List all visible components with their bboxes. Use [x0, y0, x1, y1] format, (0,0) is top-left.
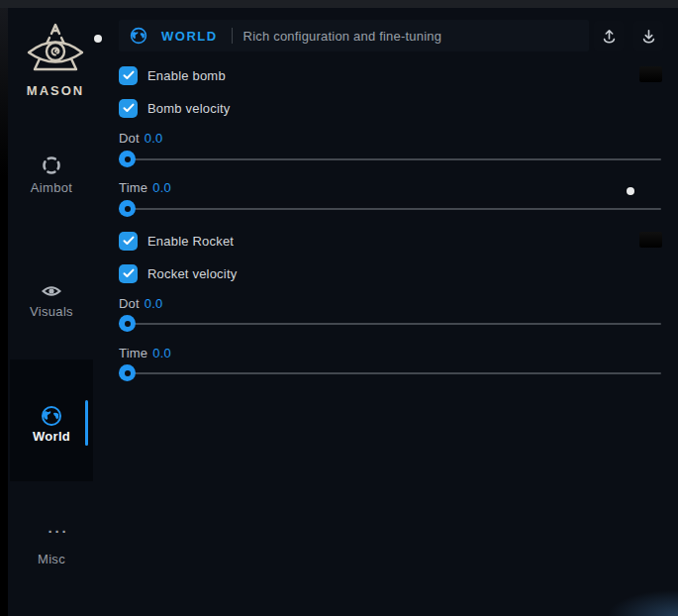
slider-track[interactable]	[119, 208, 661, 210]
sidebar-item-misc[interactable]: Misc	[8, 552, 95, 566]
page-title: WORLD	[161, 29, 218, 44]
eye-icon	[41, 280, 62, 302]
background-corner-glow	[609, 590, 678, 616]
checkbox-label[interactable]: Bomb velocity	[147, 101, 231, 116]
upload-icon	[602, 29, 617, 44]
download-config-button[interactable]	[633, 21, 663, 51]
check-icon	[123, 103, 135, 113]
background-top-strip	[0, 0, 678, 8]
color-swatch[interactable]	[639, 66, 662, 82]
header-divider	[232, 28, 233, 44]
sidebar-item-world[interactable]: World	[8, 429, 95, 444]
checkbox-checked[interactable]	[119, 264, 138, 283]
slider-value: 0.0	[152, 346, 171, 360]
page-header: WORLD Rich configuration and fine-tuning	[119, 20, 589, 51]
slider-thumb[interactable]	[119, 364, 136, 381]
slider-value: 0.0	[145, 296, 163, 311]
sidebar: MASON Aimbot Visuals World ··· Misc	[8, 8, 107, 616]
checkbox-label[interactable]: Rocket velocity	[147, 266, 237, 281]
check-icon	[123, 236, 135, 246]
checkbox-checked[interactable]	[119, 232, 138, 251]
checkbox-row: Bomb velocity	[119, 98, 231, 118]
mason-logo-icon	[25, 22, 86, 77]
upload-config-button[interactable]	[594, 21, 624, 51]
cursor-dot	[627, 187, 634, 195]
color-swatch[interactable]	[639, 232, 662, 248]
checkbox-label[interactable]: Enable Rocket	[147, 234, 234, 249]
checkbox-row: Enable bomb	[119, 65, 226, 85]
active-item-indicator	[85, 400, 88, 446]
checkbox-label[interactable]: Enable bomb	[147, 68, 226, 83]
slider-thumb[interactable]	[119, 200, 136, 217]
checkbox-row: Rocket velocity	[119, 263, 237, 283]
ellipsis-icon: ···	[44, 527, 73, 543]
page-subtitle: Rich configuration and fine-tuning	[243, 29, 441, 44]
slider-label: Dot0.0	[119, 131, 163, 146]
brand-name: MASON	[8, 83, 103, 98]
sidebar-item-aimbot[interactable]: Aimbot	[8, 180, 95, 195]
cursor-dot	[94, 35, 102, 43]
slider-value: 0.0	[145, 131, 163, 146]
slider-track[interactable]	[119, 158, 661, 160]
checkbox-checked[interactable]	[119, 66, 138, 85]
checkbox-row: Enable Rocket	[119, 231, 234, 251]
globe-icon	[130, 27, 147, 45]
download-icon	[641, 29, 656, 44]
sidebar-item-visuals[interactable]: Visuals	[8, 304, 95, 319]
slider-label: Time0.0	[119, 346, 171, 360]
slider-thumb[interactable]	[119, 151, 136, 167]
slider-track[interactable]	[119, 323, 661, 325]
check-icon	[123, 70, 135, 80]
checkbox-checked[interactable]	[119, 99, 138, 118]
cheat-menu-window: MASON Aimbot Visuals World ··· Misc	[8, 8, 678, 616]
crosshair-icon	[41, 154, 62, 176]
slider-track[interactable]	[119, 372, 661, 374]
slider-label: Dot0.0	[119, 296, 163, 311]
globe-icon	[41, 405, 62, 427]
slider-label: Time0.0	[119, 180, 171, 195]
slider-thumb[interactable]	[119, 315, 136, 332]
background-left-strip	[0, 8, 8, 176]
slider-value: 0.0	[152, 180, 171, 195]
check-icon	[123, 268, 135, 278]
